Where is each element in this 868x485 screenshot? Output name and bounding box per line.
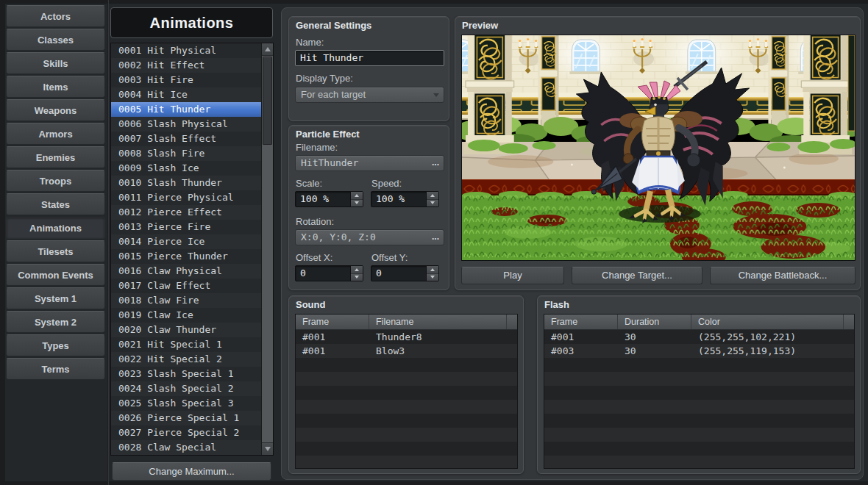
animation-list-item[interactable]: 0010 Slash Thunder <box>111 176 262 190</box>
scrollbar-thumb[interactable] <box>263 57 272 145</box>
spinner-down-button[interactable] <box>351 199 363 207</box>
sidebar-item-skills[interactable]: Skills <box>6 52 105 74</box>
animation-list-item[interactable]: 0024 Slash Special 2 <box>111 381 262 396</box>
particle-effect-group: Particle Effect Filename: HitThunder ...… <box>288 125 449 290</box>
table-cell <box>691 428 844 442</box>
speed-spinner[interactable]: 100 % <box>371 191 439 207</box>
table-row[interactable] <box>296 442 517 456</box>
animation-list-item[interactable]: 0015 Pierce Thunder <box>111 249 262 264</box>
table-cell: (255,255,119,153) <box>691 344 844 358</box>
display-type-select[interactable]: For each target <box>295 87 444 103</box>
spinner-up-button[interactable] <box>351 192 363 199</box>
animation-list-item[interactable]: 0007 Slash Effect <box>111 132 262 146</box>
animation-list-item[interactable]: 0023 Slash Special 1 <box>111 367 262 381</box>
table-row[interactable]: #001Thunder8 <box>296 330 517 344</box>
ellipsis-icon[interactable]: ... <box>427 156 444 170</box>
sidebar-item-states[interactable]: States <box>6 193 105 215</box>
scale-spinner[interactable]: 100 % <box>295 191 363 207</box>
animation-list-scrollbar[interactable] <box>261 43 273 455</box>
animation-list-item[interactable]: 0014 Pierce Ice <box>111 234 262 249</box>
offset-x-value: 0 <box>296 266 350 281</box>
animation-list-item[interactable]: 0003 Hit Fire <box>111 73 262 87</box>
animation-list-item[interactable]: 0006 Slash Physical <box>111 117 262 132</box>
rotation-field[interactable]: X:0, Y:0, Z:0 ... <box>295 229 444 245</box>
animation-list-item[interactable]: 0021 Hit Special 1 <box>111 337 262 352</box>
sidebar-item-enemies[interactable]: Enemies <box>6 146 105 168</box>
table-row[interactable] <box>544 400 854 414</box>
change-battleback-button[interactable]: Change Battleback... <box>710 267 855 284</box>
play-button[interactable]: Play <box>461 267 564 284</box>
animation-list-item[interactable]: 0004 Hit Ice <box>111 87 262 102</box>
table-row[interactable]: #00330(255,255,119,153) <box>544 344 854 358</box>
spinner-down-button[interactable] <box>427 199 438 207</box>
animation-list-item[interactable]: 0013 Pierce Fire <box>111 220 262 234</box>
animation-list-item[interactable]: 0009 Slash Ice <box>111 161 262 176</box>
sidebar-item-weapons[interactable]: Weapons <box>6 99 105 121</box>
sidebar-item-types[interactable]: Types <box>6 334 105 356</box>
animation-list-item[interactable]: 0016 Claw Physical <box>111 264 262 279</box>
animation-list-item[interactable]: 0028 Claw Special <box>111 440 262 455</box>
sidebar-item-classes[interactable]: Classes <box>6 29 105 51</box>
sidebar-item-common-events[interactable]: Common Events <box>6 264 105 286</box>
animation-list-item[interactable]: 0002 Hit Effect <box>111 58 262 73</box>
sidebar-item-system-2[interactable]: System 2 <box>6 311 105 333</box>
general-settings-group: General Settings Name: Hit Thunder Displ… <box>288 16 449 121</box>
table-row[interactable] <box>544 372 854 386</box>
change-target-button[interactable]: Change Target... <box>572 267 702 284</box>
window-edge-top <box>0 0 868 4</box>
table-row[interactable]: #00130(255,255,102,221) <box>544 330 854 344</box>
table-cell <box>691 372 844 386</box>
animation-list-item[interactable]: 0020 Claw Thunder <box>111 323 262 337</box>
table-row[interactable] <box>296 386 517 400</box>
sidebar-item-tilesets[interactable]: Tilesets <box>6 240 105 262</box>
animation-list-item[interactable]: 0018 Claw Fire <box>111 293 262 308</box>
animation-list-item[interactable]: 0027 Pierce Special 2 <box>111 425 262 440</box>
name-input[interactable]: Hit Thunder <box>295 50 444 66</box>
table-row[interactable] <box>544 358 854 372</box>
table-row[interactable] <box>544 428 854 442</box>
sidebar-item-system-1[interactable]: System 1 <box>6 287 105 309</box>
animation-list-item[interactable]: 0017 Claw Effect <box>111 279 262 293</box>
spinner-down-button[interactable] <box>427 273 438 281</box>
table-row[interactable]: #001Blow3 <box>296 344 517 358</box>
table-row[interactable] <box>544 414 854 428</box>
offset-x-spinner[interactable]: 0 <box>295 265 363 281</box>
spinner-down-icon <box>430 276 435 279</box>
sidebar-item-troops[interactable]: Troops <box>6 170 105 192</box>
table-row[interactable] <box>296 372 517 386</box>
scroll-down-button[interactable] <box>262 442 273 455</box>
animation-list-item[interactable]: 0026 Pierce Special 1 <box>111 411 262 425</box>
table-row[interactable] <box>544 456 854 469</box>
table-row[interactable] <box>296 428 517 442</box>
animation-list-item[interactable]: 0008 Slash Fire <box>111 146 262 161</box>
table-row[interactable] <box>296 414 517 428</box>
scrollbar-track[interactable] <box>262 55 273 443</box>
dropdown-zone[interactable] <box>429 87 444 102</box>
table-row[interactable] <box>296 358 517 372</box>
table-row[interactable] <box>544 442 854 456</box>
offset-y-spinner[interactable]: 0 <box>371 265 439 281</box>
ellipsis-icon[interactable]: ... <box>427 230 444 245</box>
animation-list-item[interactable]: 0025 Slash Special 3 <box>111 396 262 411</box>
scroll-up-button[interactable] <box>262 43 273 56</box>
spinner-down-button[interactable] <box>351 273 363 281</box>
sidebar-item-items[interactable]: Items <box>6 76 105 98</box>
table-row[interactable] <box>544 386 854 400</box>
animation-list-item[interactable]: 0019 Claw Ice <box>111 308 262 323</box>
sidebar-item-actors[interactable]: Actors <box>6 5 105 27</box>
filename-field[interactable]: HitThunder ... <box>295 155 444 171</box>
animation-list-item[interactable]: 0011 Pierce Physical <box>111 190 262 205</box>
animation-list-item[interactable]: 0005 Hit Thunder <box>111 102 262 117</box>
spinner-up-button[interactable] <box>427 192 438 199</box>
sidebar-item-armors[interactable]: Armors <box>6 123 105 145</box>
animation-list-item[interactable]: 0022 Hit Special 2 <box>111 352 262 367</box>
spinner-up-button[interactable] <box>351 266 363 273</box>
animation-list-item[interactable]: 0012 Pierce Effect <box>111 205 262 220</box>
sidebar-item-terms[interactable]: Terms <box>6 358 105 380</box>
spinner-up-button[interactable] <box>427 266 438 273</box>
change-maximum-button[interactable]: Change Maximum... <box>112 462 271 481</box>
animation-list-item[interactable]: 0001 Hit Physical <box>111 43 262 58</box>
table-row[interactable] <box>296 456 517 469</box>
sidebar-item-animations[interactable]: Animations <box>6 217 105 239</box>
table-row[interactable] <box>296 400 517 414</box>
